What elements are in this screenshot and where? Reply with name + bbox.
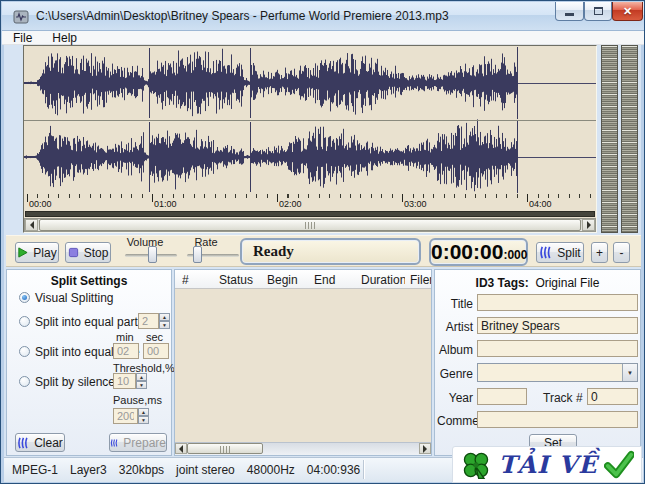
close-button[interactable]: ✕ [612, 2, 643, 21]
left-arrow-icon [175, 445, 183, 453]
volume-label: Volume [121, 236, 169, 248]
vertical-zoom-slider-1[interactable] [601, 45, 618, 233]
rate-slider-handle[interactable] [193, 246, 202, 263]
app-window: C:\Users\Admin\Desktop\Britney Spears - … [0, 0, 645, 484]
zoom-out-button[interactable]: - [613, 242, 630, 263]
chevron-down-icon[interactable]: ▼ [622, 364, 637, 381]
table-scroll-left[interactable] [175, 443, 187, 454]
zoom-in-button[interactable]: + [591, 242, 608, 263]
table-hscrollbar[interactable] [175, 442, 431, 455]
column-header-filename[interactable]: Filename [410, 273, 431, 287]
radio-label-visual[interactable]: Visual Splitting [35, 291, 114, 305]
comment-input[interactable] [477, 411, 638, 428]
scroll-right-arrow[interactable] [582, 219, 595, 231]
major-tick [152, 194, 153, 202]
scrollbar-thumb[interactable] [39, 219, 581, 231]
id3-tags-panel: ID3 Tags: Original File Title Artist Alb… [434, 269, 641, 456]
genre-select[interactable]: ▼ [477, 363, 638, 382]
prepare-label: Prepare [123, 436, 166, 450]
spin-up-icon[interactable]: ▲ [159, 313, 170, 321]
radio-equal-parts[interactable] [19, 316, 30, 327]
spin-down-icon[interactable]: ▼ [138, 416, 149, 424]
right-arrow-icon [587, 221, 595, 229]
spin-up-icon[interactable]: ▲ [136, 373, 147, 381]
left-arrow-icon [26, 221, 34, 229]
clear-button[interactable]: Clear [15, 433, 65, 452]
title-label: Title [437, 297, 473, 311]
pause-spinner[interactable]: ▲▼ [138, 408, 149, 424]
pause-label: Pause,ms [113, 394, 162, 406]
play-label: Play [33, 246, 56, 260]
playback-controls: Play Stop Volume Rate Ready 0:00:00:000 … [6, 235, 641, 267]
threshold-input[interactable] [113, 373, 136, 389]
split-button[interactable]: Split [536, 242, 584, 263]
column-header-status[interactable]: Status [219, 273, 261, 287]
spin-down-icon[interactable]: ▼ [136, 381, 147, 389]
time-text: 0:00:00:000 [431, 240, 526, 267]
threshold-spinner[interactable]: ▲▼ [136, 373, 147, 389]
column-header-duration[interactable]: Duration [361, 273, 405, 287]
equal-parts-input[interactable] [138, 313, 159, 329]
menu-file[interactable]: File [10, 31, 35, 45]
play-icon [17, 247, 28, 258]
radio-equal-time[interactable] [19, 346, 30, 357]
table-scroll-right[interactable] [419, 443, 431, 454]
equal-parts-spinner[interactable]: ▲▼ [159, 313, 170, 329]
volume-slider-handle[interactable] [148, 246, 157, 263]
year-input[interactable] [477, 388, 527, 405]
clear-icon [17, 437, 29, 449]
genre-label: Genre [437, 367, 473, 381]
time-label: 01:00 [154, 199, 177, 209]
statusbar-separator [363, 460, 364, 479]
time-label: 02:00 [279, 199, 302, 209]
radio-split-silence[interactable] [19, 376, 30, 387]
waveform-canvas[interactable] [24, 46, 596, 194]
maximize-button[interactable] [584, 2, 612, 21]
table-scroll-thumb[interactable] [187, 443, 263, 454]
min-label: min [116, 331, 134, 343]
stop-icon [68, 247, 79, 258]
scroll-left-arrow[interactable] [25, 219, 38, 231]
stop-button[interactable]: Stop [65, 242, 111, 263]
play-button[interactable]: Play [15, 242, 59, 263]
column-header-begin[interactable]: Begin [267, 273, 307, 287]
status-text: Ready [242, 240, 419, 262]
close-icon: ✕ [623, 6, 632, 17]
album-input[interactable] [477, 340, 638, 357]
minimize-button[interactable] [555, 2, 584, 21]
artist-input[interactable] [477, 317, 638, 334]
radio-visual-splitting[interactable] [19, 292, 30, 303]
pause-input[interactable] [113, 408, 138, 424]
title-input[interactable] [477, 294, 638, 311]
segments-list[interactable] [175, 289, 431, 442]
status-bitrate: 320kbps [119, 463, 164, 477]
waveform-panel: 00:00 01:00 02:00 03:00 04:00 [23, 45, 597, 233]
track-label: Track # [543, 391, 583, 405]
vertical-zoom-slider-2[interactable] [621, 45, 638, 233]
column-header-number[interactable]: # [182, 273, 206, 287]
spin-down-icon[interactable]: ▼ [159, 321, 170, 329]
table-header: # Status Begin End Duration Filename [175, 270, 431, 289]
time-label: 03:00 [404, 199, 427, 209]
thumb-grip-icon [305, 222, 316, 229]
maximize-icon [594, 7, 603, 15]
major-tick [277, 194, 278, 202]
equal-time-sec-input[interactable] [143, 343, 169, 359]
waveform-hscrollbar[interactable] [24, 218, 596, 232]
prepare-icon [110, 437, 118, 449]
spin-up-icon[interactable]: ▲ [138, 408, 149, 416]
split-settings-title: Split Settings [7, 274, 171, 288]
prepare-button[interactable]: Prepare [109, 433, 167, 452]
clover-icon [460, 449, 492, 481]
track-input[interactable] [587, 388, 638, 405]
major-tick [27, 194, 28, 202]
minus-icon: - [620, 246, 624, 260]
equal-time-min-input[interactable] [113, 343, 139, 359]
radio-label-equal-parts[interactable]: Split into equal parts [35, 315, 144, 329]
thumb-grip-icon [220, 446, 231, 453]
menu-bar: File Help [2, 31, 645, 45]
menu-help[interactable]: Help [49, 31, 80, 45]
column-header-end[interactable]: End [314, 273, 354, 287]
sec-label: sec [146, 331, 163, 343]
radio-label-silence[interactable]: Split by silence [35, 375, 115, 389]
